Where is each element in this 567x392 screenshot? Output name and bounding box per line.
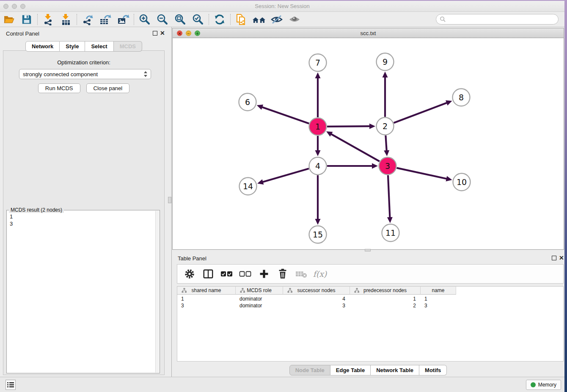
split-panel-icon[interactable] [201,267,215,281]
column-settings-gear-icon[interactable] [182,267,197,281]
edge-2-8[interactable] [394,102,448,123]
network-window-titlebar[interactable]: ✕ − + scc.txt [172,28,564,38]
table-float-panel-icon[interactable] [552,256,556,260]
zoom-out-icon[interactable] [154,13,171,26]
control-panel-title: Control Panel [6,30,39,37]
cell-MCDS-role[interactable]: dominator [236,296,283,303]
export-table-icon[interactable] [96,13,114,26]
cell-predecessor-nodes[interactable]: 1 [350,296,421,303]
cell-successor-nodes[interactable]: 3 [283,303,350,309]
node-label-9: 9 [383,57,388,66]
tab-edge-table[interactable]: Edge Table [330,365,371,375]
import-table-icon[interactable] [57,13,75,26]
main-titlebar: Session: New Session [0,1,564,12]
node-label-2: 2 [383,121,388,131]
toolbar-separator [77,14,77,25]
column-label: predecessor nodes [350,287,420,293]
toolbar-separator [209,14,209,25]
node-label-4: 4 [315,161,320,171]
edge-3-11[interactable] [388,175,390,218]
run-mcds-button[interactable]: Run MCDS [38,83,80,93]
mcds-result-group: MCDS result (2 nodes) 13 [6,210,160,373]
table-header-row: shared nameMCDS rolesuccessor nodesprede… [177,287,456,295]
tab-network[interactable]: Network [25,41,60,52]
cell-shared-name[interactable]: 3 [177,303,236,309]
column-header-name[interactable]: name [421,287,456,295]
node-label-14: 14 [243,182,253,191]
result-item[interactable]: 3 [10,220,153,227]
zoom-selected-icon[interactable] [189,13,207,26]
close-panel-icon[interactable]: ✕ [160,30,165,36]
hide-selected-icon[interactable] [268,13,286,26]
cell-shared-name[interactable]: 1 [177,296,236,303]
tab-network-table[interactable]: Network Table [371,365,419,375]
zoom-in-icon[interactable] [136,13,154,26]
zoom-fit-icon[interactable] [171,13,189,26]
cell-name[interactable]: 3 [421,303,456,309]
control-panel-header: Control Panel ✕ [0,27,168,40]
divider-handle[interactable] [168,197,171,203]
node-table[interactable]: shared nameMCDS rolesuccessor nodesprede… [177,286,564,362]
tab-node-table[interactable]: Node Table [289,365,330,375]
arrowhead-4-3 [372,163,378,169]
panel-divider[interactable] [168,27,172,377]
column-header-successor-nodes[interactable]: successor nodes [283,287,350,295]
search-input[interactable] [436,14,559,25]
tab-select[interactable]: Select [85,41,113,52]
column-header-MCDS-role[interactable]: MCDS role [236,287,283,295]
import-network-icon[interactable] [39,13,57,26]
network-graph[interactable]: 7968124314101511 [173,38,564,250]
open-session-icon[interactable] [0,13,18,26]
network-from-file-icon[interactable] [232,13,250,26]
edge-1-6[interactable] [261,107,309,124]
tab-style[interactable]: Style [60,41,85,52]
edge-4-14[interactable] [262,168,309,182]
result-item[interactable]: 1 [10,213,153,220]
table-panel-tabs: Node TableEdge TableNetwork TableMotifs [172,365,564,375]
float-panel-icon[interactable] [153,31,157,36]
select-all-checkboxes-icon[interactable] [220,267,234,281]
control-panel-tabs: NetworkStyleSelectMCDS [0,41,168,52]
cell-MCDS-role[interactable]: dominator [236,303,283,309]
deselect-all-checkboxes-icon[interactable] [238,267,253,281]
node-label-15: 15 [313,230,323,239]
network-canvas[interactable]: 7968124314101511 [172,38,564,250]
arrowhead-1-2 [369,124,375,129]
show-all-icon[interactable] [286,13,303,26]
network-window: ✕ − + scc.txt 7968124314101511 [172,27,564,250]
edge-2-3[interactable] [385,135,386,152]
column-label: name [421,287,456,293]
tab-motifs[interactable]: Motifs [419,365,447,375]
cell-successor-nodes[interactable]: 4 [283,296,350,303]
close-panel-button[interactable]: Close panel [86,83,130,93]
cell-name[interactable]: 1 [421,296,456,303]
table-row[interactable]: 3dominator323 [177,303,456,309]
edge-1-2[interactable] [327,126,371,127]
delete-column-icon[interactable] [275,267,290,281]
mcds-result-list[interactable]: 13 [7,212,155,373]
first-neighbors-icon[interactable] [250,13,268,26]
column-header-predecessor-nodes[interactable]: predecessor nodes [350,287,421,295]
add-column-icon[interactable] [257,267,271,281]
edge-3-1[interactable] [330,134,380,162]
arrowhead-4-15 [315,219,321,225]
optimization-criterion-select[interactable]: strongly connected component [19,69,151,79]
tab-mcds[interactable]: MCDS [114,41,142,52]
task-history-button[interactable] [6,380,16,390]
table-panel-title: Table Panel [178,255,206,262]
refresh-icon[interactable] [211,13,228,26]
table-row[interactable]: 1dominator411 [177,296,456,303]
memory-button[interactable]: Memory [526,380,561,390]
arrowhead-3-10 [446,176,452,182]
table-close-panel-icon[interactable]: ✕ [559,254,564,261]
save-session-icon[interactable] [18,13,36,26]
edge-3-10[interactable] [396,168,447,179]
export-network-icon[interactable] [79,13,96,26]
export-image-icon[interactable] [114,13,132,26]
network-resize-handle[interactable] [365,249,371,251]
cell-predecessor-nodes[interactable]: 2 [350,303,421,309]
column-header-shared-name[interactable]: shared name [177,287,236,295]
node-label-3: 3 [385,161,390,171]
node-label-6: 6 [245,97,250,107]
result-scrollbar[interactable] [155,211,159,373]
